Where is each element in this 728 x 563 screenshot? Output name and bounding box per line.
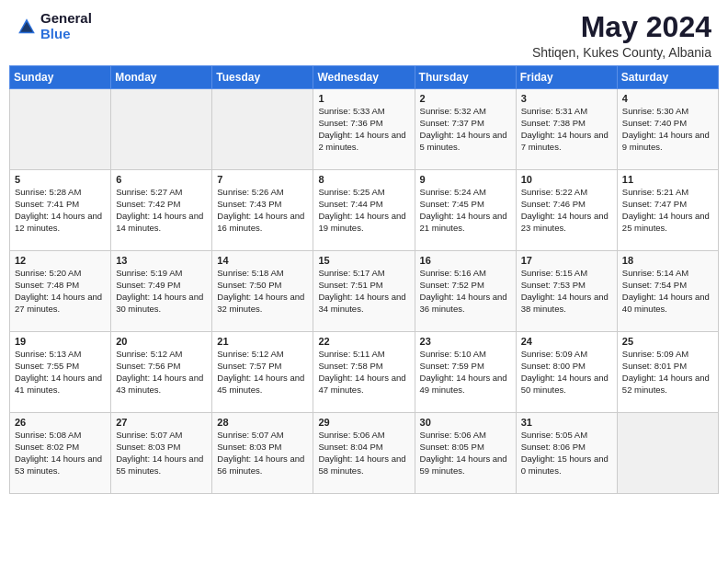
day-header-thursday: Thursday xyxy=(415,66,516,89)
header: General Blue May 2024 Shtiqen, Kukes Cou… xyxy=(0,0,728,65)
calendar-cell: 21Sunrise: 5:12 AMSunset: 7:57 PMDayligh… xyxy=(212,332,313,413)
week-row: 1Sunrise: 5:33 AMSunset: 7:36 PMDaylight… xyxy=(10,89,719,170)
day-number: 30 xyxy=(420,417,511,428)
day-info: Sunrise: 5:05 AMSunset: 8:06 PMDaylight:… xyxy=(521,430,612,477)
day-info: Sunrise: 5:07 AMSunset: 8:03 PMDaylight:… xyxy=(116,430,207,477)
calendar-cell xyxy=(212,89,313,170)
day-info: Sunrise: 5:28 AMSunset: 7:41 PMDaylight:… xyxy=(15,187,106,234)
day-info: Sunrise: 5:18 AMSunset: 7:50 PMDaylight:… xyxy=(217,268,308,315)
day-number: 1 xyxy=(318,93,409,104)
calendar-cell xyxy=(111,89,212,170)
calendar-cell: 26Sunrise: 5:08 AMSunset: 8:02 PMDayligh… xyxy=(10,413,111,494)
calendar-cell: 30Sunrise: 5:06 AMSunset: 8:05 PMDayligh… xyxy=(415,413,516,494)
calendar-cell: 20Sunrise: 5:12 AMSunset: 7:56 PMDayligh… xyxy=(111,332,212,413)
day-header-tuesday: Tuesday xyxy=(212,66,313,89)
calendar-cell: 27Sunrise: 5:07 AMSunset: 8:03 PMDayligh… xyxy=(111,413,212,494)
week-row: 12Sunrise: 5:20 AMSunset: 7:48 PMDayligh… xyxy=(10,251,719,332)
day-number: 17 xyxy=(521,255,612,266)
calendar-cell: 8Sunrise: 5:25 AMSunset: 7:44 PMDaylight… xyxy=(313,170,415,251)
day-number: 6 xyxy=(116,174,207,185)
logo: General Blue xyxy=(17,11,92,41)
day-number: 27 xyxy=(116,417,207,428)
day-number: 13 xyxy=(116,255,207,266)
week-row: 19Sunrise: 5:13 AMSunset: 7:55 PMDayligh… xyxy=(10,332,719,413)
day-number: 31 xyxy=(521,417,612,428)
day-number: 19 xyxy=(15,336,106,347)
day-info: Sunrise: 5:06 AMSunset: 8:04 PMDaylight:… xyxy=(318,430,409,477)
day-info: Sunrise: 5:16 AMSunset: 7:52 PMDaylight:… xyxy=(420,268,511,315)
day-number: 9 xyxy=(420,174,511,185)
day-info: Sunrise: 5:26 AMSunset: 7:43 PMDaylight:… xyxy=(217,187,308,234)
day-header-saturday: Saturday xyxy=(617,66,718,89)
day-info: Sunrise: 5:17 AMSunset: 7:51 PMDaylight:… xyxy=(318,268,409,315)
day-number: 26 xyxy=(15,417,106,428)
day-number: 18 xyxy=(622,255,713,266)
day-info: Sunrise: 5:21 AMSunset: 7:47 PMDaylight:… xyxy=(622,187,713,234)
day-number: 23 xyxy=(420,336,511,347)
day-info: Sunrise: 5:22 AMSunset: 7:46 PMDaylight:… xyxy=(521,187,612,234)
calendar-cell: 29Sunrise: 5:06 AMSunset: 8:04 PMDayligh… xyxy=(313,413,415,494)
day-info: Sunrise: 5:20 AMSunset: 7:48 PMDaylight:… xyxy=(15,268,106,315)
calendar-cell: 11Sunrise: 5:21 AMSunset: 7:47 PMDayligh… xyxy=(617,170,718,251)
day-info: Sunrise: 5:33 AMSunset: 7:36 PMDaylight:… xyxy=(318,106,409,153)
calendar-cell: 19Sunrise: 5:13 AMSunset: 7:55 PMDayligh… xyxy=(10,332,111,413)
day-number: 5 xyxy=(15,174,106,185)
calendar-table: SundayMondayTuesdayWednesdayThursdayFrid… xyxy=(9,65,719,494)
day-info: Sunrise: 5:12 AMSunset: 7:56 PMDaylight:… xyxy=(116,349,207,396)
day-number: 4 xyxy=(622,93,713,104)
day-number: 14 xyxy=(217,255,308,266)
calendar-cell: 25Sunrise: 5:09 AMSunset: 8:01 PMDayligh… xyxy=(617,332,718,413)
day-header-wednesday: Wednesday xyxy=(313,66,415,89)
calendar-body: 1Sunrise: 5:33 AMSunset: 7:36 PMDaylight… xyxy=(10,89,719,494)
calendar-cell xyxy=(10,89,111,170)
logo-general: General xyxy=(40,11,92,27)
day-headers-row: SundayMondayTuesdayWednesdayThursdayFrid… xyxy=(10,66,719,89)
day-info: Sunrise: 5:24 AMSunset: 7:45 PMDaylight:… xyxy=(420,187,511,234)
day-number: 22 xyxy=(318,336,409,347)
calendar-cell: 3Sunrise: 5:31 AMSunset: 7:38 PMDaylight… xyxy=(516,89,617,170)
calendar-cell xyxy=(617,413,718,494)
week-row: 26Sunrise: 5:08 AMSunset: 8:02 PMDayligh… xyxy=(10,413,719,494)
day-number: 16 xyxy=(420,255,511,266)
day-info: Sunrise: 5:14 AMSunset: 7:54 PMDaylight:… xyxy=(622,268,713,315)
day-header-sunday: Sunday xyxy=(10,66,111,89)
calendar-cell: 15Sunrise: 5:17 AMSunset: 7:51 PMDayligh… xyxy=(313,251,415,332)
logo-icon xyxy=(17,17,37,37)
logo-blue: Blue xyxy=(40,27,92,42)
day-info: Sunrise: 5:09 AMSunset: 8:00 PMDaylight:… xyxy=(521,349,612,396)
day-number: 2 xyxy=(420,93,511,104)
month-year: May 2024 xyxy=(532,11,711,43)
day-header-monday: Monday xyxy=(111,66,212,89)
calendar-cell: 13Sunrise: 5:19 AMSunset: 7:49 PMDayligh… xyxy=(111,251,212,332)
day-number: 7 xyxy=(217,174,308,185)
day-number: 8 xyxy=(318,174,409,185)
calendar-cell: 9Sunrise: 5:24 AMSunset: 7:45 PMDaylight… xyxy=(415,170,516,251)
calendar-cell: 4Sunrise: 5:30 AMSunset: 7:40 PMDaylight… xyxy=(617,89,718,170)
calendar: SundayMondayTuesdayWednesdayThursdayFrid… xyxy=(0,65,728,563)
day-info: Sunrise: 5:27 AMSunset: 7:42 PMDaylight:… xyxy=(116,187,207,234)
calendar-cell: 18Sunrise: 5:14 AMSunset: 7:54 PMDayligh… xyxy=(617,251,718,332)
page: General Blue May 2024 Shtiqen, Kukes Cou… xyxy=(0,0,728,563)
calendar-cell: 5Sunrise: 5:28 AMSunset: 7:41 PMDaylight… xyxy=(10,170,111,251)
calendar-cell: 23Sunrise: 5:10 AMSunset: 7:59 PMDayligh… xyxy=(415,332,516,413)
title-block: May 2024 Shtiqen, Kukes County, Albania xyxy=(532,11,711,60)
day-info: Sunrise: 5:07 AMSunset: 8:03 PMDaylight:… xyxy=(217,430,308,477)
calendar-cell: 2Sunrise: 5:32 AMSunset: 7:37 PMDaylight… xyxy=(415,89,516,170)
day-number: 28 xyxy=(217,417,308,428)
day-info: Sunrise: 5:09 AMSunset: 8:01 PMDaylight:… xyxy=(622,349,713,396)
calendar-cell: 7Sunrise: 5:26 AMSunset: 7:43 PMDaylight… xyxy=(212,170,313,251)
calendar-cell: 31Sunrise: 5:05 AMSunset: 8:06 PMDayligh… xyxy=(516,413,617,494)
day-info: Sunrise: 5:10 AMSunset: 7:59 PMDaylight:… xyxy=(420,349,511,396)
day-number: 3 xyxy=(521,93,612,104)
calendar-cell: 10Sunrise: 5:22 AMSunset: 7:46 PMDayligh… xyxy=(516,170,617,251)
day-number: 11 xyxy=(622,174,713,185)
day-number: 25 xyxy=(622,336,713,347)
day-number: 24 xyxy=(521,336,612,347)
calendar-cell: 12Sunrise: 5:20 AMSunset: 7:48 PMDayligh… xyxy=(10,251,111,332)
day-info: Sunrise: 5:15 AMSunset: 7:53 PMDaylight:… xyxy=(521,268,612,315)
calendar-cell: 17Sunrise: 5:15 AMSunset: 7:53 PMDayligh… xyxy=(516,251,617,332)
day-number: 29 xyxy=(318,417,409,428)
day-info: Sunrise: 5:19 AMSunset: 7:49 PMDaylight:… xyxy=(116,268,207,315)
day-info: Sunrise: 5:25 AMSunset: 7:44 PMDaylight:… xyxy=(318,187,409,234)
calendar-cell: 28Sunrise: 5:07 AMSunset: 8:03 PMDayligh… xyxy=(212,413,313,494)
